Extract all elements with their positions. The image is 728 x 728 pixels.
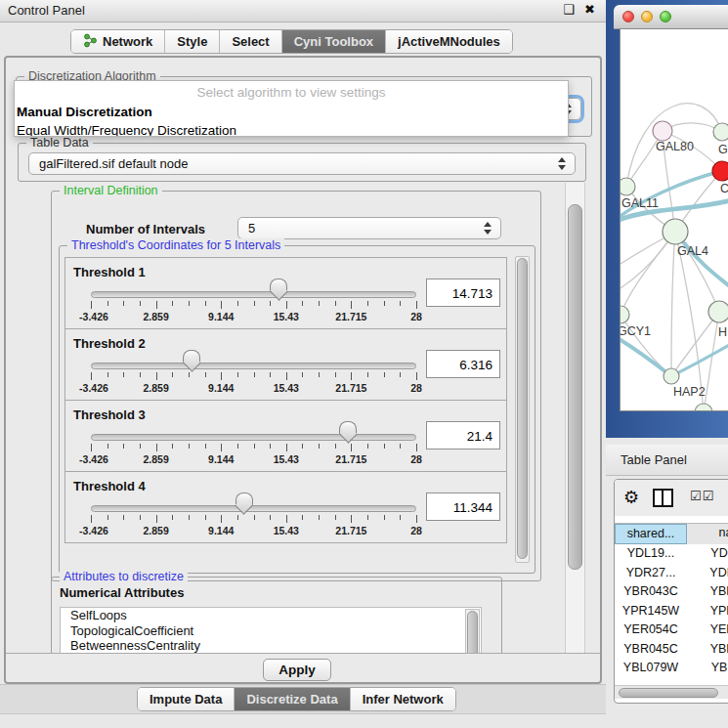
network-node-gal80[interactable]	[653, 121, 672, 141]
main-vertical-scrollbar[interactable]	[565, 183, 585, 653]
apply-button[interactable]: Apply	[263, 659, 331, 681]
slider-tick-icon	[156, 515, 157, 523]
table-row[interactable]: YER054CYER0	[615, 621, 728, 640]
slider-tick-icon	[270, 372, 271, 377]
slider-tick-icon	[319, 301, 320, 306]
table-row[interactable]: YBR045CYBR0	[615, 640, 728, 660]
thresholds-scrollbar-thumb[interactable]	[517, 258, 528, 559]
attribute-item-topologicalcoefficient[interactable]: TopologicalCoefficient	[61, 623, 481, 639]
checked-checkbox-icons[interactable]: ☑☑	[690, 489, 714, 503]
dropdown-item-equal-width-frequency-discretization[interactable]: Equal Width/Frequency Discretization	[15, 121, 568, 137]
network-node-c[interactable]	[712, 161, 728, 181]
slider-tick-icon	[286, 372, 287, 380]
numerical-attributes-list[interactable]: SelfLoopsTopologicalCoefficientBetweenne…	[60, 607, 482, 653]
main-scrollbar-thumb[interactable]	[568, 204, 582, 570]
threshold-slider[interactable]: -3.4262.8599.14415.4321.71528	[91, 472, 416, 544]
table-panel-header: Table Panel	[606, 445, 728, 476]
network-node[interactable]	[695, 404, 712, 410]
dropdown-hint-item[interactable]: Select algorithm to view settings	[15, 81, 568, 103]
table-row[interactable]: YPR145WYPR1	[615, 602, 728, 621]
network-node-gal11[interactable]	[621, 178, 635, 195]
slider-tick-label: 15.43	[274, 382, 299, 394]
minimize-traffic-light-icon[interactable]	[641, 11, 653, 22]
slider-track[interactable]	[91, 363, 416, 369]
threshold-slider[interactable]: -3.4262.8599.14415.4321.71528	[91, 329, 416, 402]
threshold-value-field[interactable]: 14.713	[426, 278, 500, 307]
network-node-h[interactable]	[708, 301, 728, 322]
tab-select[interactable]: Select	[220, 30, 281, 53]
table-cell: YER054C	[615, 621, 687, 640]
slider-tick-icon	[302, 372, 303, 377]
table-row[interactable]: YBR043CYBR0	[615, 582, 728, 602]
attributes-scrollbar[interactable]	[465, 609, 480, 653]
network-node-g[interactable]	[713, 123, 728, 141]
tab-style[interactable]: Style	[165, 30, 220, 53]
zoom-traffic-light-icon[interactable]	[660, 11, 671, 22]
float-window-icon[interactable]: ❑	[563, 2, 575, 17]
slider-tick-label: 21.715	[335, 311, 366, 322]
slider-track[interactable]	[91, 505, 416, 512]
close-traffic-light-icon[interactable]	[622, 11, 634, 22]
table-horizontal-scrollbar[interactable]	[615, 685, 728, 699]
slider-track[interactable]	[91, 291, 416, 298]
slider-tick-icon	[107, 444, 108, 449]
slider-tick-icon	[156, 372, 157, 380]
slider-thumb[interactable]	[236, 492, 253, 514]
slider-tick-icon	[107, 515, 108, 520]
table-panel-title: Table Panel	[621, 452, 687, 467]
table-row[interactable]: YBL079WYBL0	[615, 659, 728, 674]
column-header-1[interactable]: shared...	[615, 524, 687, 544]
slider-track[interactable]	[91, 434, 416, 441]
thresholds-scrollbar[interactable]	[515, 256, 530, 563]
threshold-slider[interactable]: -3.4262.8599.14415.4321.71528	[91, 401, 416, 473]
threshold-slider[interactable]: -3.4262.8599.14415.4321.71528	[91, 258, 416, 330]
network-node-hap2[interactable]	[664, 368, 679, 384]
tab-discretize-data[interactable]: Discretize Data	[235, 688, 350, 710]
slider-thumb[interactable]	[183, 350, 200, 371]
slider-tick-icon	[123, 301, 124, 306]
table-panel: ⚙ ☑☑ shared...na YDL19...YDL1YDR27...YDR…	[614, 479, 728, 704]
network-node-gcy1[interactable]	[621, 306, 629, 323]
number-of-intervals-combobox[interactable]: 5	[237, 217, 501, 239]
network-window-titlebar[interactable]	[614, 5, 728, 29]
column-header-2[interactable]: na	[687, 524, 728, 544]
thresholds-group: Threshold's Coordinates for 5 Intervals …	[59, 245, 535, 574]
slider-tick-label: -3.426	[79, 311, 108, 322]
threshold-value-field[interactable]: 11.344	[426, 492, 500, 521]
slider-tick-label: 21.715	[335, 453, 366, 465]
slider-thumb[interactable]	[270, 278, 287, 300]
slider-tick-icon	[237, 444, 238, 449]
tab-label: jActiveMNodules	[398, 34, 500, 49]
network-node-label: GAL4	[677, 244, 708, 258]
table-data-combobox[interactable]: galFiltered.sif default node	[28, 152, 576, 175]
close-icon[interactable]: ✖	[584, 2, 595, 17]
table-hscrollbar-thumb[interactable]	[619, 688, 718, 698]
network-node-label: GAL80	[656, 140, 694, 153]
table-cell: YBL079W	[615, 659, 687, 674]
slider-thumb[interactable]	[339, 421, 357, 443]
tab-jactivemnodules[interactable]: jActiveMNodules	[386, 30, 512, 53]
tab-cyni-toolbox[interactable]: Cyni Toolbox	[282, 30, 386, 53]
threshold-rows: Threshold 1-3.4262.8599.14415.4321.71528…	[64, 258, 509, 543]
slider-tick-label: -3.426	[79, 525, 108, 536]
network-canvas[interactable]: GAL80GCGAL11GAL4GCY1HHAP2	[620, 28, 728, 411]
attributes-scrollbar-thumb[interactable]	[467, 611, 478, 653]
table-row[interactable]: YDR27...YDR2	[615, 564, 728, 583]
gear-icon[interactable]: ⚙	[623, 487, 639, 508]
slider-tick-icon	[123, 515, 124, 520]
table-row[interactable]: YDL19...YDL1	[615, 544, 728, 564]
threshold-value-field[interactable]: 6.316	[426, 350, 500, 378]
slider-tick-icon	[367, 301, 368, 306]
split-columns-icon[interactable]	[653, 489, 673, 507]
tab-impute-data[interactable]: Impute Data	[138, 688, 235, 710]
attribute-item-betweennesscentrality[interactable]: BetweennessCentrality	[61, 638, 481, 653]
attribute-item-selfloops[interactable]: SelfLoops	[61, 608, 481, 623]
slider-tick-icon	[416, 515, 417, 523]
tab-infer-network[interactable]: Infer Network	[351, 688, 455, 710]
network-graph-icon	[83, 33, 98, 51]
network-node-gal4[interactable]	[663, 219, 688, 244]
dropdown-item-manual-discretization[interactable]: Manual Discretization	[15, 103, 568, 121]
threshold-value-field[interactable]: 21.4	[426, 421, 500, 450]
slider-tick-icon	[237, 372, 238, 377]
tab-network[interactable]: Network	[71, 30, 165, 53]
